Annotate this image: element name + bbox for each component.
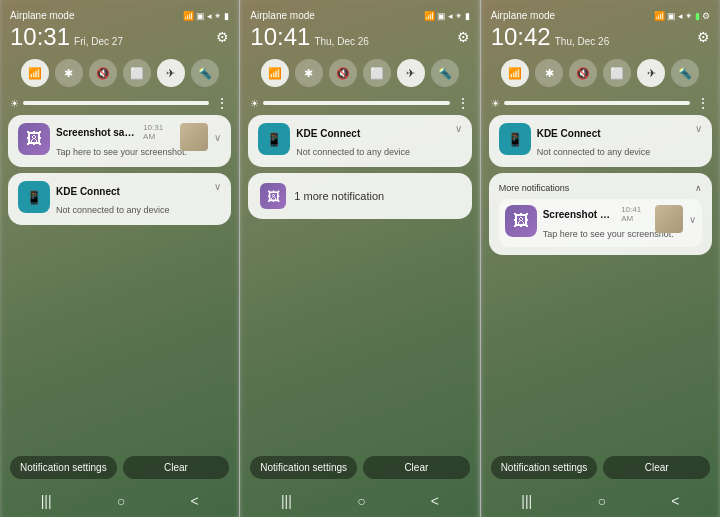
settings-icon-3[interactable]: ⚙ bbox=[697, 29, 710, 45]
one-more-card-2[interactable]: 🖼 1 more notification bbox=[248, 173, 471, 219]
time-row-2: 10:41 Thu, Dec 26 ⚙ bbox=[248, 23, 471, 55]
signal-icon: 📶 bbox=[183, 11, 194, 21]
nav-home-2[interactable]: ○ bbox=[357, 493, 365, 509]
notif-card-kde-3[interactable]: 📱 KDE Connect Not connected to any devic… bbox=[489, 115, 712, 167]
bt-toggle-3[interactable]: ✱ bbox=[535, 59, 563, 87]
chevron-kde-2[interactable]: ∨ bbox=[455, 123, 462, 134]
airplane-toggle-1[interactable]: ✈ bbox=[157, 59, 185, 87]
bt-icon: ✴ bbox=[214, 11, 222, 21]
mute-toggle-1[interactable]: 🔇 bbox=[89, 59, 117, 87]
notif-settings-btn-1[interactable]: Notification settings bbox=[10, 456, 117, 479]
chevron-kde-1[interactable]: ∨ bbox=[214, 181, 221, 192]
clear-btn-3[interactable]: Clear bbox=[603, 456, 710, 479]
airplane-toggle-2[interactable]: ✈ bbox=[397, 59, 425, 87]
notif-screenshot-time-3: 10:41 AM bbox=[621, 205, 649, 223]
time-row-1: 10:31 Fri, Dec 27 ⚙ bbox=[8, 23, 231, 55]
more-notif-row: More notifications ∧ bbox=[499, 181, 702, 195]
wifi-toggle-1[interactable]: 📶 bbox=[21, 59, 49, 87]
bt-icon-2: ✴ bbox=[455, 11, 463, 21]
toggle-row-1: 📶 ✱ 🔇 ⬜ ✈ 🔦 bbox=[8, 55, 231, 91]
time-display-2: 10:41 bbox=[250, 25, 310, 49]
notif-settings-btn-3[interactable]: Notification settings bbox=[491, 456, 598, 479]
one-more-text-2: 1 more notification bbox=[294, 190, 384, 202]
vol-icon: ◂ bbox=[207, 11, 212, 21]
bottom-btns-2: Notification settings Clear bbox=[248, 450, 471, 487]
flash-toggle-3[interactable]: 🔦 bbox=[671, 59, 699, 87]
status-bar-3: Airplane mode 📶 ▣ ◂ ✴ ▮ ⚙ bbox=[489, 6, 712, 23]
settings-icon-2[interactable]: ⚙ bbox=[457, 29, 470, 45]
brightness-bar-3[interactable] bbox=[504, 101, 690, 105]
flash-toggle-1[interactable]: 🔦 bbox=[191, 59, 219, 87]
more-notifications-section[interactable]: More notifications ∧ 🖼 Screenshot saved … bbox=[489, 173, 712, 255]
status-bar-2: Airplane mode 📶 ▣ ◂ ✴ ▮ bbox=[248, 6, 471, 23]
notif-kde-text-2: KDE Connect Not connected to any device bbox=[296, 123, 446, 159]
notif-screenshot-subtitle-1: Tap here to see your screenshot. bbox=[56, 147, 187, 157]
more-dots-3[interactable]: ⋮ bbox=[696, 95, 710, 111]
notif-screenshot-right-3: ∨ bbox=[655, 205, 696, 233]
vol-icon-2: ◂ bbox=[448, 11, 453, 21]
nav-back-3[interactable]: < bbox=[671, 493, 679, 509]
notif-screenshot-text-1: Screenshot saved 10:31 AM Tap here to se… bbox=[56, 123, 174, 159]
signal-icon-2: 📶 bbox=[424, 11, 435, 21]
nav-bar-2: ||| ○ < bbox=[248, 487, 471, 517]
time-row-3: 10:42 Thu, Dec 26 ⚙ bbox=[489, 23, 712, 55]
bt-icon-3: ✴ bbox=[685, 11, 693, 21]
clear-btn-2[interactable]: Clear bbox=[363, 456, 470, 479]
nav-back-2[interactable]: < bbox=[431, 493, 439, 509]
date-display-3: Thu, Dec 26 bbox=[555, 36, 609, 47]
time-left-2: 10:41 Thu, Dec 26 bbox=[250, 25, 369, 49]
nav-home-1[interactable]: ○ bbox=[117, 493, 125, 509]
notif-kde-icon-2: 📱 bbox=[258, 123, 290, 155]
notif-kde-icon-3: 📱 bbox=[499, 123, 531, 155]
wifi-icon-3: ▣ bbox=[667, 11, 676, 21]
brightness-bar-1[interactable] bbox=[23, 101, 209, 105]
wifi-toggle-3[interactable]: 📶 bbox=[501, 59, 529, 87]
bt-toggle-2[interactable]: ✱ bbox=[295, 59, 323, 87]
notif-kde-icon-1: 📱 bbox=[18, 181, 50, 213]
screen-toggle-1[interactable]: ⬜ bbox=[123, 59, 151, 87]
airplane-toggle-3[interactable]: ✈ bbox=[637, 59, 665, 87]
nav-back-1[interactable]: < bbox=[191, 493, 199, 509]
notif-screenshot-more[interactable]: 🖼 Screenshot saved 10:41 AM Tap here to … bbox=[499, 199, 702, 247]
nav-recent-1[interactable]: ||| bbox=[41, 493, 52, 509]
chevron-up-icon[interactable]: ∧ bbox=[695, 183, 702, 193]
nav-recent-3[interactable]: ||| bbox=[521, 493, 532, 509]
settings-icon-1[interactable]: ⚙ bbox=[216, 29, 229, 45]
bat-icon-3: ⚙ bbox=[702, 11, 710, 21]
bt-toggle-1[interactable]: ✱ bbox=[55, 59, 83, 87]
divider-1-2 bbox=[239, 0, 240, 517]
brightness-icon-2: ☀ bbox=[250, 98, 259, 109]
wifi-toggle-2[interactable]: 📶 bbox=[261, 59, 289, 87]
date-display-1: Fri, Dec 27 bbox=[74, 36, 123, 47]
wifi-icon: ▣ bbox=[196, 11, 205, 21]
mute-toggle-3[interactable]: 🔇 bbox=[569, 59, 597, 87]
status-mode-1: Airplane mode bbox=[10, 10, 74, 21]
notif-card-kde-2[interactable]: 📱 KDE Connect Not connected to any devic… bbox=[248, 115, 471, 167]
notif-card-screenshot-1[interactable]: 🖼 Screenshot saved 10:31 AM Tap here to … bbox=[8, 115, 231, 167]
notif-screenshot-time-1: 10:31 AM bbox=[143, 123, 174, 141]
bottom-btns-1: Notification settings Clear bbox=[8, 450, 231, 487]
notif-screenshot-icon-1: 🖼 bbox=[18, 123, 50, 155]
notif-kde-subtitle-1: Not connected to any device bbox=[56, 205, 170, 215]
notif-card-kde-1[interactable]: 📱 KDE Connect Not connected to any devic… bbox=[8, 173, 231, 225]
chevron-kde-3[interactable]: ∨ bbox=[695, 123, 702, 134]
bat-icon: ▮ bbox=[224, 11, 229, 21]
notif-kde-subtitle-2: Not connected to any device bbox=[296, 147, 410, 157]
clear-btn-1[interactable]: Clear bbox=[123, 456, 230, 479]
flash-toggle-2[interactable]: 🔦 bbox=[431, 59, 459, 87]
chevron-screenshot-3[interactable]: ∨ bbox=[689, 214, 696, 225]
notif-kde-title-1: KDE Connect bbox=[56, 186, 120, 197]
screen-toggle-2[interactable]: ⬜ bbox=[363, 59, 391, 87]
date-display-2: Thu, Dec 26 bbox=[314, 36, 368, 47]
mute-toggle-2[interactable]: 🔇 bbox=[329, 59, 357, 87]
more-dots-2[interactable]: ⋮ bbox=[456, 95, 470, 111]
nav-home-3[interactable]: ○ bbox=[597, 493, 605, 509]
notif-kde-title-3: KDE Connect bbox=[537, 128, 601, 139]
screenshot-thumb-3 bbox=[655, 205, 683, 233]
notif-settings-btn-2[interactable]: Notification settings bbox=[250, 456, 357, 479]
nav-recent-2[interactable]: ||| bbox=[281, 493, 292, 509]
more-dots-1[interactable]: ⋮ bbox=[215, 95, 229, 111]
brightness-bar-2[interactable] bbox=[263, 101, 449, 105]
chevron-screenshot-1[interactable]: ∨ bbox=[214, 132, 221, 143]
screen-toggle-3[interactable]: ⬜ bbox=[603, 59, 631, 87]
